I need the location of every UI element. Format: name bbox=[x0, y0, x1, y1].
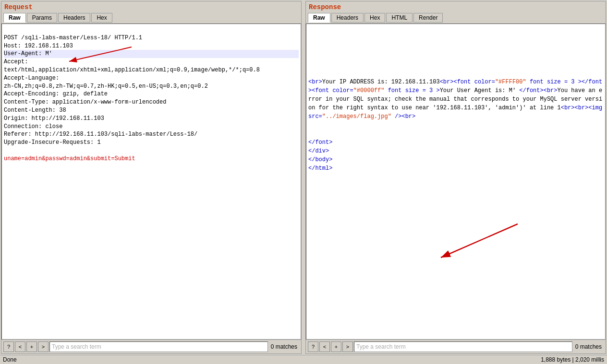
tab-render-response[interactable]: Render bbox=[413, 13, 443, 23]
resp-useragent: Your User Agent is: M' bbox=[440, 87, 520, 94]
tab-raw-request[interactable]: Raw bbox=[3, 13, 26, 23]
request-matches: 0 matches bbox=[269, 343, 299, 350]
resp-img-src: "../images/flag.jpg" bbox=[322, 113, 391, 120]
search-prev-btn-request[interactable]: < bbox=[15, 341, 25, 352]
search-help-btn-request[interactable]: ? bbox=[3, 341, 14, 352]
request-params: uname=admin&passwd=admin&submit=Submit bbox=[4, 155, 135, 162]
search-help-btn-response[interactable]: ? bbox=[308, 341, 318, 352]
search-input-request[interactable] bbox=[49, 341, 268, 352]
resp-font-end: </font> </div> </body> </html> bbox=[308, 139, 332, 172]
tab-params-request[interactable]: Params bbox=[27, 13, 57, 23]
resp-font2: font size = 3 > bbox=[384, 87, 439, 94]
resp-color1: "#FFFF00" bbox=[495, 79, 526, 85]
request-panel: Request Raw Params Headers Hex POST /sql… bbox=[1, 1, 302, 354]
search-prev-btn-response[interactable]: < bbox=[319, 341, 330, 352]
status-right: 1,888 bytes | 2,020 millis bbox=[541, 356, 604, 363]
response-search-bar: ? < + > 0 matches bbox=[306, 340, 606, 353]
resp-font1: <font color= bbox=[453, 79, 495, 85]
request-line-4: Accept: text/html,application/xhtml+xml,… bbox=[4, 59, 260, 146]
request-line-1: POST /sqli-labs-master/Less-18/ HTTP/1.1 bbox=[4, 35, 142, 41]
resp-color2: "#0000ff" bbox=[353, 87, 385, 94]
request-body: POST /sqli-labs-master/Less-18/ HTTP/1.1… bbox=[1, 23, 301, 353]
resp-br-tag: <br> bbox=[308, 79, 322, 85]
response-tab-bar: Raw Headers Hex HTML Render bbox=[306, 12, 606, 23]
tab-headers-request[interactable]: Headers bbox=[58, 13, 90, 23]
status-left: Done bbox=[3, 356, 17, 363]
response-arrow bbox=[426, 219, 522, 267]
tab-headers-response[interactable]: Headers bbox=[331, 13, 364, 23]
request-title: Request bbox=[1, 1, 301, 12]
search-input-response[interactable] bbox=[354, 341, 572, 352]
request-line-3: User-Agent: M' bbox=[4, 50, 299, 58]
search-add-btn-request[interactable]: + bbox=[26, 341, 37, 352]
response-title: Response bbox=[306, 1, 606, 12]
resp-br2: <br> bbox=[440, 79, 454, 85]
svg-line-3 bbox=[441, 224, 518, 258]
response-body: <br>Your IP ADDRESS is: 192.168.11.103<b… bbox=[306, 23, 606, 353]
request-content[interactable]: POST /sqli-labs-master/Less-18/ HTTP/1.1… bbox=[1, 23, 301, 340]
response-panel: Response Raw Headers Hex HTML Render <br… bbox=[305, 1, 606, 354]
response-matches: 0 matches bbox=[573, 343, 604, 350]
resp-font-close1: </font><br> bbox=[519, 87, 557, 94]
status-bar: Done 1,888 bytes | 2,020 millis bbox=[0, 355, 607, 364]
request-tab-bar: Raw Params Headers Hex bbox=[1, 12, 301, 23]
resp-ip-text: Your IP ADDRESS is: 192.168.11.103 bbox=[322, 79, 440, 85]
resp-br3: <br><br> bbox=[561, 105, 589, 111]
tab-html-response[interactable]: HTML bbox=[386, 13, 413, 23]
resp-img-close: /><br> bbox=[391, 113, 415, 120]
tab-hex-response[interactable]: Hex bbox=[364, 13, 385, 23]
tab-raw-response[interactable]: Raw bbox=[308, 13, 330, 23]
tab-hex-request[interactable]: Hex bbox=[91, 13, 112, 23]
panel-divider bbox=[303, 0, 304, 355]
request-line-2: Host: 192.168.11.103 bbox=[4, 43, 73, 49]
response-content[interactable]: <br>Your IP ADDRESS is: 192.168.11.103<b… bbox=[306, 23, 606, 340]
request-search-bar: ? < + > 0 matches bbox=[1, 340, 301, 353]
search-add-btn-response[interactable]: + bbox=[331, 341, 341, 352]
search-next-btn-request[interactable]: > bbox=[38, 341, 49, 352]
search-next-btn-response[interactable]: > bbox=[342, 341, 353, 352]
